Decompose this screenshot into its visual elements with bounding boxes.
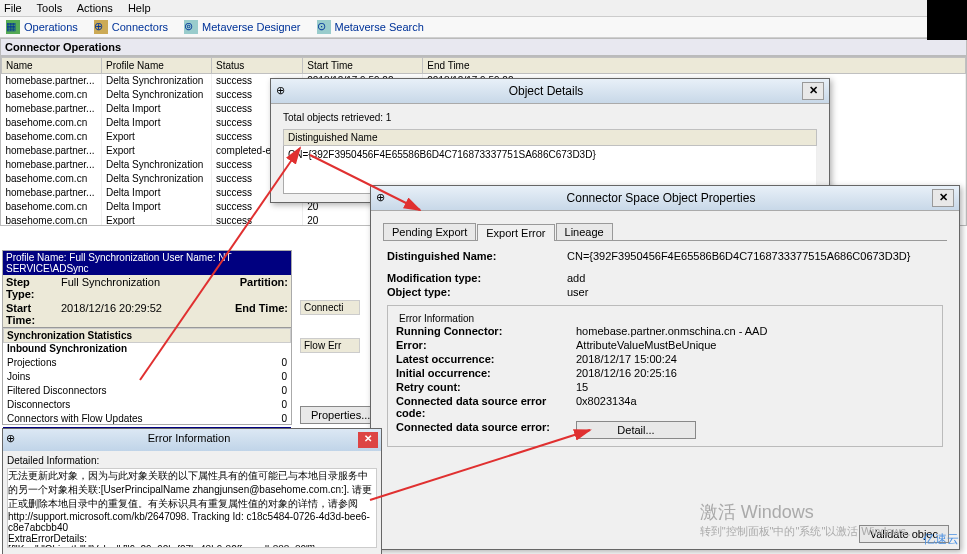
mvsearch-icon: ⊙: [317, 20, 331, 34]
col-profile[interactable]: Profile Name: [102, 58, 212, 74]
flowerr-label: Flow Err: [300, 338, 360, 353]
cspo-dialog: ⊕ Connector Space Object Properties ✕ Pe…: [370, 185, 960, 550]
stat-row[interactable]: Projections0: [3, 357, 291, 371]
cdse-label: Connected data source error:: [396, 421, 576, 439]
windows-activation-watermark: 激活 Windows 转到"控制面板"中的"系统"以激活 Windows。: [700, 500, 917, 539]
modtype-value: add: [567, 272, 943, 284]
col-end[interactable]: End Time: [423, 58, 966, 74]
cspo-title: Connector Space Object Properties: [390, 191, 932, 205]
detailed-label: Detailed Information:: [7, 455, 377, 466]
operations-icon: ▦: [6, 20, 20, 34]
app-icon: ⊕: [376, 191, 390, 205]
retry-label: Retry count:: [396, 381, 576, 393]
rc-label: Running Connector:: [396, 325, 576, 337]
detail-button[interactable]: Detail...: [576, 421, 696, 439]
close-icon[interactable]: ✕: [358, 432, 378, 448]
object-details-title: Object Details: [290, 84, 802, 98]
cspo-tabs: Pending Export Export Error Lineage: [383, 223, 947, 241]
toolbar: ▦Operations ⊕Connectors ⊚Metaverse Desig…: [0, 17, 967, 38]
menu-tools[interactable]: Tools: [37, 2, 63, 14]
latest-value: 2018/12/17 15:00:24: [576, 353, 934, 365]
tb-operations[interactable]: ▦Operations: [6, 20, 78, 34]
error-info-fieldset: Error Information Running Connector:home…: [387, 305, 943, 447]
stat-row[interactable]: Inbound Synchronization: [3, 343, 291, 357]
tb-mvsearch[interactable]: ⊙Metaverse Search: [317, 20, 424, 34]
connecti-label: Connecti: [300, 300, 360, 315]
total-objects: Total objects retrieved: 1: [283, 112, 817, 123]
retry-value: 15: [576, 381, 934, 393]
dn-value: CN={392F3950456F4E65586B6D4C716873337751…: [567, 250, 943, 262]
menu-help[interactable]: Help: [128, 2, 151, 14]
latest-label: Latest occurrence:: [396, 353, 576, 365]
start-time-label: Start Time:: [6, 302, 61, 326]
tab-lineage[interactable]: Lineage: [556, 223, 613, 240]
error-detail-text[interactable]: [7, 468, 377, 548]
end-time-label: End Time:: [235, 302, 288, 326]
partition-label: Partition:: [240, 276, 288, 300]
cdsec-value: 0x8023134a: [576, 395, 934, 419]
step-type-value: Full Synchronization: [61, 276, 240, 300]
tb-mvdesigner[interactable]: ⊚Metaverse Designer: [184, 20, 300, 34]
close-icon[interactable]: ✕: [932, 189, 954, 207]
rc-value: homebase.partner.onmschina.cn - AAD: [576, 325, 934, 337]
black-corner: [927, 0, 967, 40]
dn-label: Distinguished Name:: [387, 250, 567, 262]
tab-pending-export[interactable]: Pending Export: [383, 223, 476, 240]
mvdesigner-icon: ⊚: [184, 20, 198, 34]
app-icon: ⊕: [6, 432, 20, 446]
section-header: Connector Operations: [0, 38, 967, 56]
stat-row[interactable]: Disconnectors0: [3, 399, 291, 413]
cdsec-label: Connected data source error code:: [396, 395, 576, 419]
stat-row[interactable]: Joins0: [3, 371, 291, 385]
objtype-value: user: [567, 286, 943, 298]
menu-actions[interactable]: Actions: [77, 2, 113, 14]
tab-export-error[interactable]: Export Error: [477, 224, 554, 241]
close-icon[interactable]: ✕: [802, 82, 824, 100]
dn-value[interactable]: CN={392F3950456F4E65586B6D4C716873337751…: [284, 146, 817, 164]
err-value: AttributeValueMustBeUnique: [576, 339, 934, 351]
col-start[interactable]: Start Time: [303, 58, 423, 74]
profile-info-bar: Profile Name: Full Synchronization User …: [3, 251, 291, 275]
tb-connectors[interactable]: ⊕Connectors: [94, 20, 168, 34]
objtype-label: Object type:: [387, 286, 567, 298]
yisu-watermark: 亿速云: [919, 529, 963, 550]
modtype-label: Modification type:: [387, 272, 567, 284]
col-name[interactable]: Name: [2, 58, 102, 74]
error-info-legend: Error Information: [396, 313, 477, 324]
start-time-value: 2018/12/16 20:29:52: [61, 302, 235, 326]
menubar: File Tools Actions Help: [0, 0, 967, 17]
error-info-dialog: ⊕ Error Information ✕ Detailed Informati…: [2, 428, 382, 554]
col-status[interactable]: Status: [212, 58, 303, 74]
initial-value: 2018/12/16 20:25:16: [576, 367, 934, 379]
stat-row[interactable]: Filtered Disconnectors0: [3, 385, 291, 399]
menu-file[interactable]: File: [4, 2, 22, 14]
dn-header[interactable]: Distinguished Name: [284, 130, 817, 146]
error-info-title: Error Information: [20, 432, 358, 448]
stat-row[interactable]: Connectors with Flow Updates0: [3, 413, 291, 427]
connectors-icon: ⊕: [94, 20, 108, 34]
err-label: Error:: [396, 339, 576, 351]
sync-stats-header: Synchronization Statistics: [3, 328, 291, 343]
app-icon: ⊕: [276, 84, 290, 98]
initial-label: Initial occurrence:: [396, 367, 576, 379]
step-type-label: Step Type:: [6, 276, 61, 300]
